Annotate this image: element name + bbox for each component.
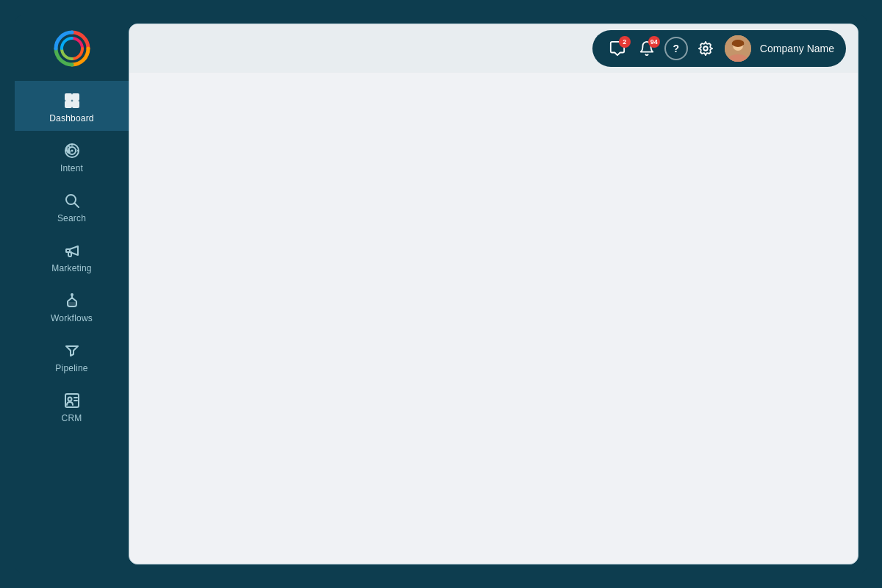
svg-point-16 — [703, 46, 708, 51]
sidebar-item-dashboard-label: Dashboard — [49, 113, 94, 123]
sidebar-item-dashboard[interactable]: Dashboard — [15, 81, 129, 131]
svg-point-13 — [68, 398, 71, 401]
main-content: 2 94 ? — [129, 24, 858, 564]
sidebar-item-pipeline[interactable]: Pipeline — [15, 331, 129, 381]
svg-rect-4 — [73, 101, 79, 107]
help-button[interactable]: ? — [664, 37, 688, 60]
header-actions: 2 94 ? — [592, 30, 846, 67]
help-label: ? — [673, 43, 680, 54]
megaphone-icon — [62, 241, 82, 260]
settings-button[interactable] — [692, 35, 719, 62]
page-body — [129, 73, 858, 564]
sidebar-item-workflows[interactable]: Workflows — [15, 281, 129, 331]
messages-button[interactable]: 2 — [604, 35, 631, 62]
sidebar-item-intent[interactable]: Intent — [15, 131, 129, 181]
svg-point-11 — [71, 293, 74, 296]
svg-rect-3 — [65, 101, 71, 107]
sidebar-item-search-label: Search — [57, 213, 86, 223]
app-wrapper: Dashboard Intent — [15, 15, 867, 573]
filter-icon — [62, 341, 82, 360]
sidebar-item-crm-label: CRM — [62, 413, 82, 423]
sidebar-item-marketing[interactable]: Marketing — [15, 231, 129, 281]
sidebar-item-crm[interactable]: CRM — [15, 381, 129, 431]
svg-rect-1 — [65, 94, 71, 100]
sidebar-item-marketing-label: Marketing — [51, 263, 92, 273]
sidebar-item-search[interactable]: Search — [15, 181, 129, 231]
svg-point-7 — [71, 150, 73, 152]
app-logo[interactable] — [51, 28, 93, 69]
sidebar-nav: Dashboard Intent — [15, 81, 129, 431]
svg-line-9 — [74, 204, 79, 208]
sidebar-item-workflows-label: Workflows — [51, 313, 93, 323]
sidebar: Dashboard Intent — [15, 15, 129, 573]
crm-icon — [62, 391, 82, 410]
notifications-badge: 94 — [648, 36, 660, 48]
header: 2 94 ? — [129, 24, 858, 73]
company-name: Company Name — [760, 43, 834, 54]
sidebar-item-intent-label: Intent — [60, 163, 83, 173]
workflows-icon — [62, 291, 82, 310]
svg-rect-2 — [73, 94, 79, 100]
notifications-button[interactable]: 94 — [634, 35, 660, 62]
avatar[interactable] — [725, 35, 751, 62]
messages-badge: 2 — [619, 36, 631, 48]
grid-icon — [62, 91, 82, 110]
target-icon — [62, 141, 82, 160]
sidebar-item-pipeline-label: Pipeline — [55, 363, 87, 373]
search-icon — [62, 191, 82, 210]
